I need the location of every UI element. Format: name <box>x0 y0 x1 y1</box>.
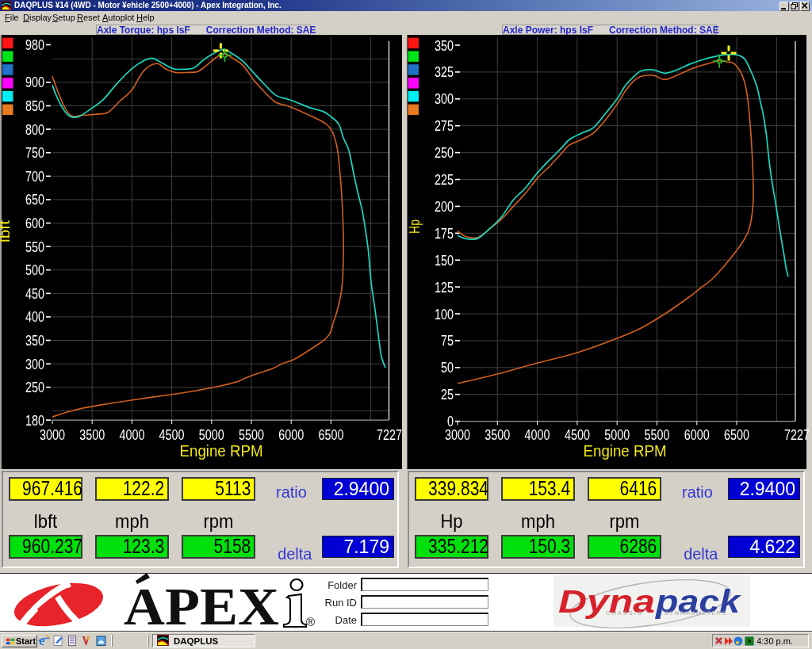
svg-text:225: 225 <box>435 171 454 188</box>
svg-text:75: 75 <box>441 332 454 349</box>
svg-text:125: 125 <box>435 279 454 296</box>
svg-text:3500: 3500 <box>485 426 510 443</box>
svg-text:250: 250 <box>25 379 44 395</box>
svg-text:275: 275 <box>435 117 454 134</box>
svg-text:450: 450 <box>25 285 44 302</box>
svg-text:500: 500 <box>25 262 44 278</box>
svg-text:e: e <box>39 634 45 648</box>
svg-text:CHASSIS: CHASSIS <box>606 609 643 617</box>
svg-text:7227: 7227 <box>784 426 810 443</box>
svg-text:lbft: lbft <box>0 220 13 242</box>
svg-text:980: 980 <box>25 36 44 53</box>
svg-text:4500: 4500 <box>159 426 185 443</box>
svg-text:6500: 6500 <box>724 426 749 443</box>
svg-text:50: 50 <box>441 359 454 376</box>
svg-text:25: 25 <box>441 386 454 403</box>
svg-text:200: 200 <box>435 198 454 215</box>
svg-text:700: 700 <box>25 168 44 185</box>
svg-text:3000: 3000 <box>40 426 65 443</box>
svg-text:Engine RPM: Engine RPM <box>584 442 667 460</box>
svg-text:300: 300 <box>435 90 454 107</box>
svg-text:600: 600 <box>25 215 44 231</box>
svg-text:250: 250 <box>435 144 454 161</box>
svg-text:5000: 5000 <box>604 426 630 443</box>
svg-text:5500: 5500 <box>645 426 670 443</box>
svg-text:7227: 7227 <box>377 426 402 443</box>
svg-text:800: 800 <box>25 121 44 138</box>
svg-text:6500: 6500 <box>318 426 343 443</box>
svg-text:3500: 3500 <box>79 426 105 443</box>
svg-text:6000: 6000 <box>684 426 710 443</box>
svg-text:350: 350 <box>25 332 44 349</box>
svg-text:APEX: APEX <box>124 577 279 632</box>
svg-text:100: 100 <box>435 306 454 323</box>
svg-text:850: 850 <box>25 97 44 114</box>
svg-text:DYNAMOMETERS: DYNAMOMETERS <box>665 609 727 617</box>
svg-text:650: 650 <box>25 191 44 208</box>
svg-text:Hp: Hp <box>407 220 423 234</box>
svg-text:5500: 5500 <box>239 426 264 443</box>
svg-text:3000: 3000 <box>445 426 470 443</box>
svg-text:®: ® <box>306 615 315 628</box>
svg-text:5000: 5000 <box>199 426 224 443</box>
svg-text:Engine RPM: Engine RPM <box>180 442 263 460</box>
svg-text:6000: 6000 <box>278 426 304 443</box>
svg-text:550: 550 <box>25 239 44 255</box>
svg-text:4000: 4000 <box>525 426 550 443</box>
svg-text:325: 325 <box>435 63 454 80</box>
svg-text:350: 350 <box>435 37 454 54</box>
svg-text:300: 300 <box>25 356 44 372</box>
svg-text:150: 150 <box>435 252 454 269</box>
svg-text:750: 750 <box>25 144 44 161</box>
svg-text:400: 400 <box>25 308 44 325</box>
svg-text:900: 900 <box>25 74 44 90</box>
svg-text:4000: 4000 <box>119 426 144 443</box>
svg-text:175: 175 <box>435 225 454 242</box>
svg-text:4500: 4500 <box>565 426 590 443</box>
